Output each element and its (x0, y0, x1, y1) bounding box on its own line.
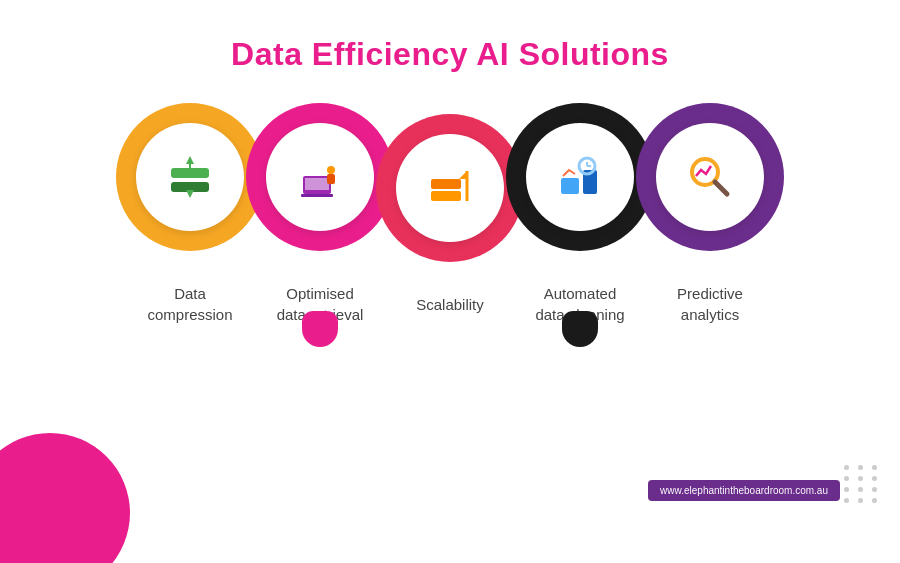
dot (844, 465, 849, 470)
svg-line-21 (715, 182, 727, 194)
dot (872, 498, 877, 503)
circle-item-scalability: Scalability (376, 114, 524, 315)
circles-row: Datacompression Optimiseddata retrieval (0, 103, 900, 325)
dot (872, 476, 877, 481)
circle-inner-scalability (396, 134, 504, 242)
label-cleaning: Automateddata cleaning (520, 283, 640, 325)
svg-rect-11 (431, 191, 461, 201)
label-analytics: Predictiveanalytics (650, 283, 770, 325)
circle-inner-retrieval (266, 123, 374, 231)
circle-inner-compression (136, 123, 244, 231)
dot (872, 465, 877, 470)
circle-item-cleaning: Automateddata cleaning (506, 103, 654, 325)
circle-inner-analytics (656, 123, 764, 231)
svg-rect-7 (305, 178, 329, 190)
scalability-icon (423, 161, 477, 215)
label-retrieval: Optimiseddata retrieval (260, 283, 380, 325)
page-container: Data Efficiency AI Solutions Data (0, 0, 900, 563)
cleaning-icon (553, 150, 607, 204)
circle-analytics (636, 103, 784, 251)
svg-point-9 (327, 166, 335, 174)
dot (858, 487, 863, 492)
dots-grid (844, 465, 880, 503)
svg-marker-2 (186, 156, 194, 164)
circle-item-compression: Datacompression (116, 103, 264, 325)
svg-rect-12 (431, 179, 461, 189)
retrieval-icon (293, 150, 347, 204)
circle-retrieval (246, 103, 394, 251)
circle-item-retrieval: Optimiseddata retrieval (246, 103, 394, 325)
label-scalability: Scalability (390, 294, 510, 315)
svg-rect-10 (327, 174, 335, 184)
svg-rect-0 (171, 168, 209, 178)
circle-compression (116, 103, 264, 251)
svg-rect-15 (561, 178, 579, 194)
website-badge: www.elephantintheboardroom.com.au (648, 480, 840, 501)
circle-item-analytics: Predictiveanalytics (636, 103, 784, 325)
dot (858, 476, 863, 481)
compression-icon (163, 150, 217, 204)
circle-cleaning (506, 103, 654, 251)
dot (844, 498, 849, 503)
decorative-circle-bottom-left (0, 433, 130, 563)
page-title: Data Efficiency AI Solutions (0, 0, 900, 73)
analytics-icon (683, 150, 737, 204)
dot (858, 498, 863, 503)
circle-scalability (376, 114, 524, 262)
circle-inner-cleaning (526, 123, 634, 231)
dot (872, 487, 877, 492)
dot (858, 465, 863, 470)
label-compression: Datacompression (130, 283, 250, 325)
dot (844, 487, 849, 492)
dot (844, 476, 849, 481)
svg-rect-8 (301, 194, 333, 197)
